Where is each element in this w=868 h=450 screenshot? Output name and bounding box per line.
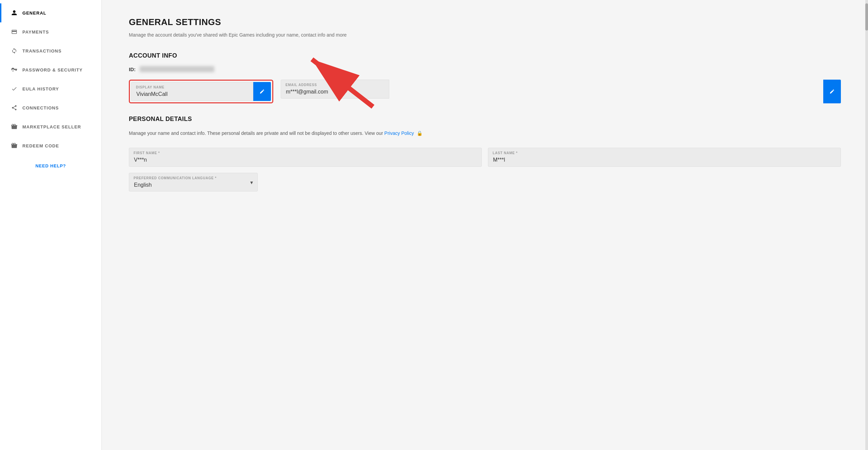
sidebar-item-payments-label: PAYMENTS <box>22 29 49 35</box>
privacy-policy-link[interactable]: Privacy Policy <box>384 130 414 136</box>
sidebar-item-connections[interactable]: CONNECTIONS <box>0 98 101 117</box>
last-name-field: LAST NAME * <box>488 148 841 167</box>
sidebar-item-marketplace[interactable]: MARKETPLACE SELLER <box>0 117 101 136</box>
personal-details-desc-row: Manage your name and contact info. These… <box>129 129 841 139</box>
account-id-label: ID: <box>129 66 136 72</box>
account-fields-row: DISPLAY NAME EMAIL ADDRESS <box>129 80 841 103</box>
email-edit-button[interactable] <box>823 80 841 103</box>
email-field-group: EMAIL ADDRESS <box>281 80 841 103</box>
account-id-row: ID: <box>129 66 841 72</box>
page-title: GENERAL SETTINGS <box>129 17 841 27</box>
connections-icon <box>11 104 18 111</box>
personal-details-desc: Manage your name and contact info. These… <box>129 129 422 137</box>
marketplace-icon <box>11 123 18 130</box>
sidebar-item-payments[interactable]: PAYMENTS <box>0 22 101 41</box>
email-label: EMAIL ADDRESS <box>285 83 317 87</box>
pencil-icon-email <box>829 89 835 94</box>
sidebar-item-connections-label: CONNECTIONS <box>22 105 59 110</box>
email-input[interactable] <box>281 80 389 99</box>
lock-icon: 🔒 <box>417 129 422 137</box>
display-name-highlight: DISPLAY NAME <box>129 80 273 103</box>
sidebar-item-password-label: PASSWORD & SECURITY <box>22 67 83 73</box>
payments-icon <box>11 28 18 35</box>
last-name-label: LAST NAME * <box>493 151 518 155</box>
sidebar-item-eula[interactable]: EULA HISTORY <box>0 79 101 98</box>
sidebar-item-transactions[interactable]: TRANSACTIONS <box>0 41 101 60</box>
display-name-edit-button[interactable] <box>253 82 271 101</box>
email-wrapper: EMAIL ADDRESS <box>281 80 823 103</box>
display-name-input[interactable] <box>131 82 253 101</box>
display-name-wrapper: DISPLAY NAME <box>131 82 253 101</box>
sidebar-item-general-label: GENERAL <box>22 11 46 16</box>
sidebar: GENERAL PAYMENTS TRANSACTIONS PASSWORD &… <box>0 0 102 450</box>
personal-details-title: PERSONAL DETAILS <box>129 116 841 123</box>
first-name-input[interactable] <box>129 148 482 167</box>
page-subtitle: Manage the account details you've shared… <box>129 32 841 39</box>
name-fields-row: FIRST NAME * LAST NAME * <box>129 148 841 167</box>
account-id-value <box>140 66 214 72</box>
sidebar-item-redeem[interactable]: REDEEM CODE <box>0 136 101 155</box>
display-name-label: DISPLAY NAME <box>136 85 164 89</box>
sidebar-item-redeem-label: REDEEM CODE <box>22 143 59 148</box>
eula-icon <box>11 85 18 92</box>
sidebar-item-password-security[interactable]: PASSWORD & SECURITY <box>0 60 101 79</box>
key-icon <box>11 66 18 73</box>
scrollbar-thumb[interactable] <box>865 3 868 30</box>
main-content: GENERAL SETTINGS Manage the account deta… <box>102 0 868 450</box>
pencil-icon <box>259 89 265 94</box>
first-name-label: FIRST NAME * <box>134 151 160 155</box>
sidebar-item-transactions-label: TRANSACTIONS <box>22 48 62 54</box>
transactions-icon <box>11 47 18 54</box>
user-icon <box>11 9 18 16</box>
sidebar-item-eula-label: EULA HISTORY <box>22 86 59 91</box>
last-name-input[interactable] <box>488 148 841 167</box>
scrollbar[interactable] <box>865 0 868 450</box>
language-field: PREFERRED COMMUNICATION LANGUAGE * Engli… <box>129 173 258 191</box>
sidebar-item-marketplace-label: MARKETPLACE SELLER <box>22 124 81 129</box>
first-name-field: FIRST NAME * <box>129 148 482 167</box>
language-select[interactable]: English French German Spanish <box>129 173 258 191</box>
sidebar-item-general[interactable]: GENERAL <box>0 3 101 22</box>
gift-icon <box>11 142 18 149</box>
account-info-title: ACCOUNT INFO <box>129 52 841 59</box>
need-help-link[interactable]: NEED HELP? <box>0 155 101 177</box>
